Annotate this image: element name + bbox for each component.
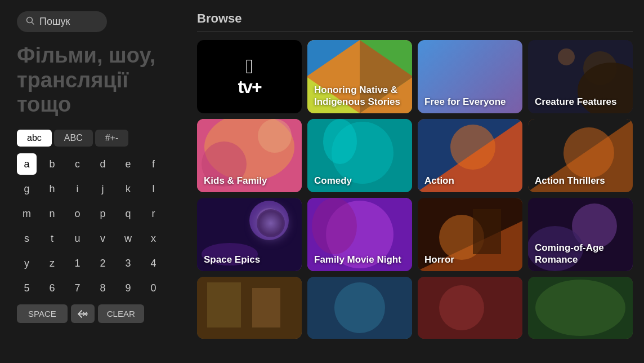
key-k[interactable]: k <box>118 178 138 200</box>
key-n[interactable]: n <box>42 203 62 224</box>
key-p[interactable]: p <box>93 203 113 224</box>
grid-cell-free[interactable]: Free for Everyone <box>418 40 522 113</box>
grid-cell-family[interactable]: Family Movie Night <box>307 198 412 271</box>
right-panel: Browse  tv+ Honoring Native & Indigenou… <box>191 0 644 363</box>
key-i[interactable]: i <box>68 178 87 200</box>
grid-cell-family-label: Family Movie Night <box>314 254 408 265</box>
backspace-button[interactable] <box>71 304 95 323</box>
key-f[interactable]: f <box>144 153 163 175</box>
kb-row-2: g h i j k l <box>17 178 163 200</box>
kb-row-4: s t u v w x <box>17 228 163 249</box>
key-l[interactable]: l <box>144 178 163 200</box>
grid-cell-kids[interactable]: Kids & Family <box>197 119 302 192</box>
svg-point-19 <box>323 119 357 164</box>
grid-cell-honoring-label: Honoring Native & Indigenous Stories <box>314 85 408 108</box>
grid-cell-creature-label: Creature Features <box>535 96 628 108</box>
grid-cell-honoring[interactable]: Honoring Native & Indigenous Stories <box>307 40 412 113</box>
kb-row-6: 5 6 7 8 9 0 <box>17 277 163 299</box>
search-icon <box>26 16 35 28</box>
grid-cell-free-label: Free for Everyone <box>424 96 518 108</box>
tab-lowercase[interactable]: abc <box>17 130 52 147</box>
key-t[interactable]: t <box>42 228 62 249</box>
grid-cell-action[interactable]: Action <box>418 119 522 192</box>
key-0[interactable]: 0 <box>144 277 163 299</box>
key-g[interactable]: g <box>17 178 37 200</box>
kb-row-5: y z 1 2 3 4 <box>17 253 163 274</box>
grid-cell-partial-2[interactable] <box>307 277 412 339</box>
search-label: Пошук <box>39 16 70 28</box>
search-bar[interactable]: Пошук <box>17 11 107 32</box>
grid-cell-space-label: Space Epics <box>204 254 297 265</box>
tab-symbols[interactable]: #+- <box>95 130 129 147</box>
key-s[interactable]: s <box>17 228 37 249</box>
browse-title: Browse <box>197 11 633 32</box>
key-v[interactable]: v <box>93 228 113 249</box>
svg-point-12 <box>558 48 575 65</box>
svg-point-28 <box>257 208 281 233</box>
grid-cell-horror-label: Horror <box>424 254 518 265</box>
grid-cell-comedy[interactable]: Comedy <box>307 119 412 192</box>
key-5[interactable]: 5 <box>17 277 37 299</box>
svg-point-25 <box>564 127 614 178</box>
key-o[interactable]: o <box>68 203 87 224</box>
key-j[interactable]: j <box>93 178 113 200</box>
grid-cell-actionthriller[interactable]: Action Thrillers <box>528 119 633 192</box>
key-4[interactable]: 4 <box>144 253 163 274</box>
key-8[interactable]: 8 <box>93 277 113 299</box>
key-u[interactable]: u <box>68 228 87 249</box>
svg-point-48 <box>535 280 625 336</box>
key-d[interactable]: d <box>93 153 113 175</box>
key-3[interactable]: 3 <box>118 253 138 274</box>
svg-point-22 <box>450 125 495 170</box>
grid-cell-action-label: Action <box>424 175 518 187</box>
key-1[interactable]: 1 <box>68 253 87 274</box>
left-panel: Пошук Фільми, шоу, трансляції тощо abc A… <box>0 0 180 363</box>
grid-cell-coming-label: Coming-of-Age Romance <box>535 242 628 265</box>
grid-cell-horror[interactable]: Horror <box>418 198 522 271</box>
appletv-text: tv+ <box>238 77 261 98</box>
grid-cell-kids-label: Kids & Family <box>204 175 297 187</box>
svg-point-32 <box>312 198 357 254</box>
svg-rect-42 <box>252 288 280 327</box>
key-2[interactable]: 2 <box>93 253 113 274</box>
space-button[interactable]: SPACE <box>17 304 68 323</box>
grid-cell-appletv[interactable]:  tv+ <box>197 40 302 113</box>
kb-row-1: a b c d e f <box>17 153 163 175</box>
tab-uppercase[interactable]: ABC <box>54 130 93 147</box>
kb-bottom-row: SPACE CLEAR <box>17 304 163 323</box>
grid-cell-partial-4[interactable] <box>528 277 633 339</box>
key-e[interactable]: e <box>118 153 138 175</box>
key-z[interactable]: z <box>42 253 62 274</box>
key-c[interactable]: c <box>68 153 87 175</box>
appletv-logo:  tv+ <box>238 56 261 98</box>
key-6[interactable]: 6 <box>42 277 62 299</box>
svg-point-27 <box>249 201 289 240</box>
browse-grid:  tv+ Honoring Native & Indigenous Stori… <box>197 40 633 339</box>
svg-rect-36 <box>473 209 501 254</box>
grid-cell-comedy-label: Comedy <box>314 175 408 187</box>
grid-cell-space[interactable]: Space Epics <box>197 198 302 271</box>
key-w[interactable]: w <box>118 228 138 249</box>
svg-point-16 <box>258 119 292 153</box>
grid-cell-partial-1[interactable] <box>197 277 302 339</box>
key-x[interactable]: x <box>144 228 163 249</box>
key-m[interactable]: m <box>17 203 37 224</box>
svg-point-44 <box>334 282 385 333</box>
grid-cell-actionthriller-label: Action Thrillers <box>535 175 628 187</box>
key-q[interactable]: q <box>118 203 138 224</box>
key-b[interactable]: b <box>42 153 62 175</box>
key-9[interactable]: 9 <box>118 277 138 299</box>
key-y[interactable]: y <box>17 253 37 274</box>
grid-cell-creature[interactable]: Creature Features <box>528 40 633 113</box>
key-7[interactable]: 7 <box>68 277 87 299</box>
key-h[interactable]: h <box>42 178 62 200</box>
clear-button[interactable]: CLEAR <box>98 304 144 323</box>
grid-cell-coming[interactable]: Coming-of-Age Romance <box>528 198 633 271</box>
key-a[interactable]: a <box>17 153 37 175</box>
grid-cell-partial-3[interactable] <box>418 277 522 339</box>
kb-row-3: m n o p q r <box>17 203 163 224</box>
key-r[interactable]: r <box>144 203 163 224</box>
svg-point-46 <box>439 285 484 330</box>
svg-rect-41 <box>207 282 241 327</box>
svg-line-1 <box>32 22 34 24</box>
